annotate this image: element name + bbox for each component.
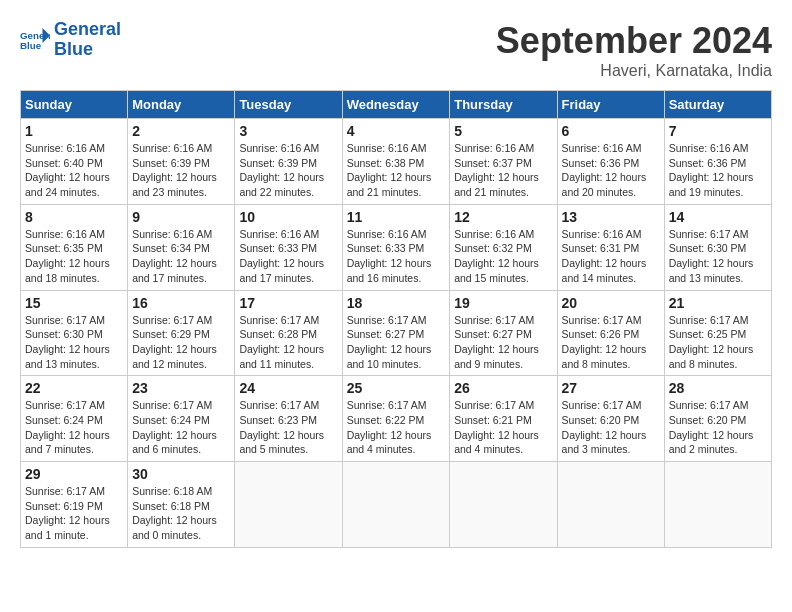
day-number: 11 (347, 209, 446, 225)
table-row: 20Sunrise: 6:17 AMSunset: 6:26 PMDayligh… (557, 290, 664, 376)
col-tuesday: Tuesday (235, 91, 342, 119)
day-number: 21 (669, 295, 767, 311)
day-info: Sunrise: 6:16 AMSunset: 6:35 PMDaylight:… (25, 227, 123, 286)
day-info: Sunrise: 6:17 AMSunset: 6:23 PMDaylight:… (239, 398, 337, 457)
table-row: 25Sunrise: 6:17 AMSunset: 6:22 PMDayligh… (342, 376, 450, 462)
logo-icon: General Blue (20, 26, 50, 54)
day-number: 29 (25, 466, 123, 482)
day-info: Sunrise: 6:17 AMSunset: 6:30 PMDaylight:… (25, 313, 123, 372)
location-title: Haveri, Karnataka, India (496, 62, 772, 80)
day-number: 30 (132, 466, 230, 482)
table-row: 2Sunrise: 6:16 AMSunset: 6:39 PMDaylight… (128, 119, 235, 205)
day-info: Sunrise: 6:16 AMSunset: 6:38 PMDaylight:… (347, 141, 446, 200)
day-info: Sunrise: 6:16 AMSunset: 6:31 PMDaylight:… (562, 227, 660, 286)
table-row: 23Sunrise: 6:17 AMSunset: 6:24 PMDayligh… (128, 376, 235, 462)
table-row: 15Sunrise: 6:17 AMSunset: 6:30 PMDayligh… (21, 290, 128, 376)
day-info: Sunrise: 6:16 AMSunset: 6:39 PMDaylight:… (239, 141, 337, 200)
table-row (235, 462, 342, 548)
day-info: Sunrise: 6:17 AMSunset: 6:26 PMDaylight:… (562, 313, 660, 372)
day-number: 17 (239, 295, 337, 311)
day-info: Sunrise: 6:17 AMSunset: 6:20 PMDaylight:… (562, 398, 660, 457)
day-info: Sunrise: 6:17 AMSunset: 6:19 PMDaylight:… (25, 484, 123, 543)
table-row: 7Sunrise: 6:16 AMSunset: 6:36 PMDaylight… (664, 119, 771, 205)
day-info: Sunrise: 6:17 AMSunset: 6:27 PMDaylight:… (347, 313, 446, 372)
table-row: 8Sunrise: 6:16 AMSunset: 6:35 PMDaylight… (21, 204, 128, 290)
table-row: 1Sunrise: 6:16 AMSunset: 6:40 PMDaylight… (21, 119, 128, 205)
header: General Blue General Blue September 2024… (20, 20, 772, 80)
calendar-week-row: 1Sunrise: 6:16 AMSunset: 6:40 PMDaylight… (21, 119, 772, 205)
logo: General Blue General Blue (20, 20, 121, 60)
table-row: 19Sunrise: 6:17 AMSunset: 6:27 PMDayligh… (450, 290, 557, 376)
table-row: 13Sunrise: 6:16 AMSunset: 6:31 PMDayligh… (557, 204, 664, 290)
day-info: Sunrise: 6:17 AMSunset: 6:22 PMDaylight:… (347, 398, 446, 457)
day-number: 6 (562, 123, 660, 139)
table-row (557, 462, 664, 548)
day-info: Sunrise: 6:16 AMSunset: 6:33 PMDaylight:… (347, 227, 446, 286)
month-title: September 2024 (496, 20, 772, 62)
calendar-week-row: 29Sunrise: 6:17 AMSunset: 6:19 PMDayligh… (21, 462, 772, 548)
table-row: 10Sunrise: 6:16 AMSunset: 6:33 PMDayligh… (235, 204, 342, 290)
day-info: Sunrise: 6:17 AMSunset: 6:20 PMDaylight:… (669, 398, 767, 457)
day-info: Sunrise: 6:16 AMSunset: 6:37 PMDaylight:… (454, 141, 552, 200)
logo-line1: General (54, 19, 121, 39)
table-row: 29Sunrise: 6:17 AMSunset: 6:19 PMDayligh… (21, 462, 128, 548)
table-row: 14Sunrise: 6:17 AMSunset: 6:30 PMDayligh… (664, 204, 771, 290)
col-monday: Monday (128, 91, 235, 119)
day-number: 1 (25, 123, 123, 139)
logo-line2: Blue (54, 39, 93, 59)
day-info: Sunrise: 6:17 AMSunset: 6:24 PMDaylight:… (25, 398, 123, 457)
calendar-header-row: Sunday Monday Tuesday Wednesday Thursday… (21, 91, 772, 119)
table-row: 27Sunrise: 6:17 AMSunset: 6:20 PMDayligh… (557, 376, 664, 462)
day-number: 10 (239, 209, 337, 225)
day-number: 19 (454, 295, 552, 311)
table-row: 5Sunrise: 6:16 AMSunset: 6:37 PMDaylight… (450, 119, 557, 205)
day-info: Sunrise: 6:16 AMSunset: 6:36 PMDaylight:… (669, 141, 767, 200)
calendar-body: 1Sunrise: 6:16 AMSunset: 6:40 PMDaylight… (21, 119, 772, 548)
table-row (342, 462, 450, 548)
day-info: Sunrise: 6:17 AMSunset: 6:27 PMDaylight:… (454, 313, 552, 372)
col-saturday: Saturday (664, 91, 771, 119)
day-number: 3 (239, 123, 337, 139)
day-number: 24 (239, 380, 337, 396)
table-row: 12Sunrise: 6:16 AMSunset: 6:32 PMDayligh… (450, 204, 557, 290)
day-number: 13 (562, 209, 660, 225)
day-info: Sunrise: 6:16 AMSunset: 6:36 PMDaylight:… (562, 141, 660, 200)
day-info: Sunrise: 6:16 AMSunset: 6:39 PMDaylight:… (132, 141, 230, 200)
table-row: 16Sunrise: 6:17 AMSunset: 6:29 PMDayligh… (128, 290, 235, 376)
day-number: 7 (669, 123, 767, 139)
table-row: 28Sunrise: 6:17 AMSunset: 6:20 PMDayligh… (664, 376, 771, 462)
day-info: Sunrise: 6:17 AMSunset: 6:29 PMDaylight:… (132, 313, 230, 372)
table-row: 4Sunrise: 6:16 AMSunset: 6:38 PMDaylight… (342, 119, 450, 205)
col-wednesday: Wednesday (342, 91, 450, 119)
day-number: 20 (562, 295, 660, 311)
table-row: 6Sunrise: 6:16 AMSunset: 6:36 PMDaylight… (557, 119, 664, 205)
day-number: 23 (132, 380, 230, 396)
table-row (664, 462, 771, 548)
day-number: 4 (347, 123, 446, 139)
day-number: 25 (347, 380, 446, 396)
day-info: Sunrise: 6:16 AMSunset: 6:40 PMDaylight:… (25, 141, 123, 200)
col-friday: Friday (557, 91, 664, 119)
col-sunday: Sunday (21, 91, 128, 119)
table-row: 11Sunrise: 6:16 AMSunset: 6:33 PMDayligh… (342, 204, 450, 290)
day-number: 14 (669, 209, 767, 225)
day-info: Sunrise: 6:17 AMSunset: 6:21 PMDaylight:… (454, 398, 552, 457)
calendar-week-row: 15Sunrise: 6:17 AMSunset: 6:30 PMDayligh… (21, 290, 772, 376)
day-number: 22 (25, 380, 123, 396)
day-number: 5 (454, 123, 552, 139)
calendar-week-row: 22Sunrise: 6:17 AMSunset: 6:24 PMDayligh… (21, 376, 772, 462)
day-info: Sunrise: 6:16 AMSunset: 6:34 PMDaylight:… (132, 227, 230, 286)
table-row: 24Sunrise: 6:17 AMSunset: 6:23 PMDayligh… (235, 376, 342, 462)
table-row: 22Sunrise: 6:17 AMSunset: 6:24 PMDayligh… (21, 376, 128, 462)
calendar-week-row: 8Sunrise: 6:16 AMSunset: 6:35 PMDaylight… (21, 204, 772, 290)
day-info: Sunrise: 6:16 AMSunset: 6:33 PMDaylight:… (239, 227, 337, 286)
table-row (450, 462, 557, 548)
svg-text:Blue: Blue (20, 40, 42, 51)
title-area: September 2024 Haveri, Karnataka, India (496, 20, 772, 80)
day-number: 8 (25, 209, 123, 225)
day-number: 28 (669, 380, 767, 396)
day-number: 9 (132, 209, 230, 225)
day-number: 16 (132, 295, 230, 311)
day-info: Sunrise: 6:17 AMSunset: 6:30 PMDaylight:… (669, 227, 767, 286)
day-number: 15 (25, 295, 123, 311)
